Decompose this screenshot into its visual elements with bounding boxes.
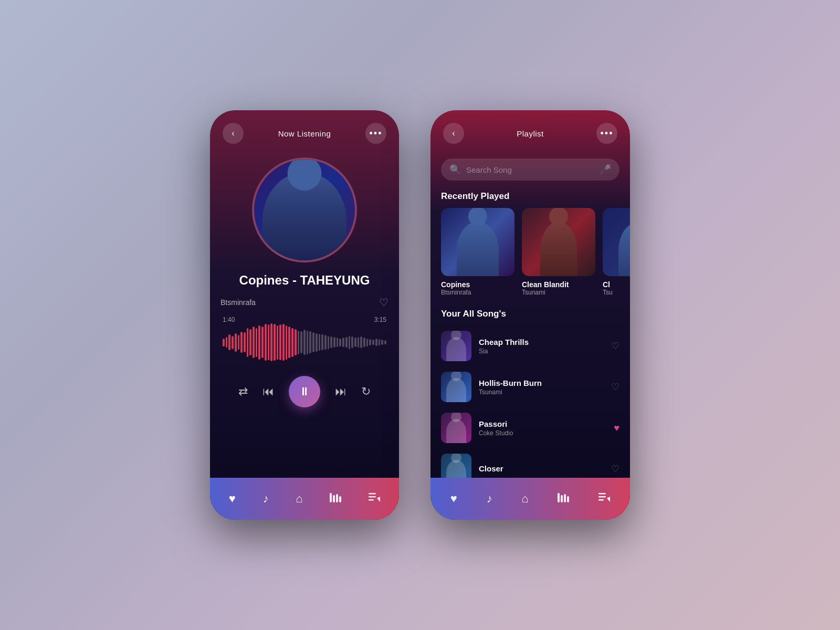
song-artist-row: Btsminrafa ♡ <box>210 296 399 309</box>
artist-circle <box>252 158 357 262</box>
svg-rect-0 <box>330 493 332 502</box>
like-passori[interactable]: ♥ <box>614 423 620 434</box>
like-closer[interactable]: ♡ <box>611 463 620 475</box>
recent-card-copines[interactable]: Copines Btsminrafa <box>441 208 514 296</box>
svg-rect-10 <box>567 496 569 502</box>
nav-bars-right[interactable] <box>558 492 569 506</box>
now-playing-header: ‹ Now Listening ••• <box>210 110 399 152</box>
like-hollis[interactable]: ♡ <box>611 381 620 393</box>
recent-card-cl[interactable]: Cl Tsu <box>603 208 630 296</box>
prev-button[interactable]: ⏮ <box>262 385 274 398</box>
song-artist-hollis: Tsunami <box>479 388 604 396</box>
bottom-navigation-left: ♥ ♪ ⌂ <box>210 478 399 520</box>
pause-button[interactable]: ⏸ <box>289 376 320 407</box>
recent-artist-cl: Tsu <box>603 289 630 296</box>
song-artist-passori: Coke Studio <box>479 429 606 437</box>
back-button-playlist[interactable]: ‹ <box>443 123 464 144</box>
svg-rect-6 <box>369 499 374 501</box>
menu-button-playlist[interactable]: ••• <box>596 123 617 144</box>
recent-img-copines <box>441 208 514 276</box>
back-button[interactable]: ‹ <box>223 123 244 144</box>
figure-cl <box>618 222 630 276</box>
song-info-passori: Passori Coke Studio <box>479 419 606 437</box>
total-time: 3:15 <box>374 316 386 323</box>
favorite-button[interactable]: ♡ <box>379 296 388 309</box>
svg-rect-7 <box>558 493 560 502</box>
nav-home-left[interactable]: ⌂ <box>296 492 302 506</box>
song-name-closer: Closer <box>479 464 604 473</box>
svg-rect-4 <box>369 493 376 495</box>
recent-card-clean[interactable]: Clean Blandit Tsunami <box>522 208 595 296</box>
svg-rect-11 <box>598 493 606 495</box>
nav-heart-right[interactable]: ♥ <box>450 492 457 506</box>
next-button[interactable]: ⏭ <box>335 385 346 398</box>
song-thumb-hollis <box>441 372 471 402</box>
svg-rect-5 <box>369 496 376 498</box>
recently-played-label: Recently Played <box>430 187 630 208</box>
repeat-button[interactable]: ↻ <box>361 385 371 398</box>
figure-copines <box>457 222 499 276</box>
mic-icon[interactable]: 🎤 <box>600 164 611 175</box>
svg-rect-2 <box>336 494 338 502</box>
waveform-section: 1:40 3:15 <box>210 316 399 358</box>
time-row: 1:40 3:15 <box>223 316 386 323</box>
song-thumb-cheap-thrills <box>441 331 471 361</box>
song-title: Copines - TAHEYUNG <box>226 273 383 288</box>
figure-clean <box>540 222 577 276</box>
playlist-header: ‹ Playlist ••• <box>430 110 630 152</box>
now-playing-screen: ‹ Now Listening ••• Copines - TAHEYUNG B… <box>210 110 399 520</box>
song-item-cheap-thrills[interactable]: Cheap Thrills Sia ♡ <box>439 326 622 366</box>
song-info-closer: Closer <box>479 464 604 474</box>
shuffle-button[interactable]: ⇄ <box>238 385 248 398</box>
svg-rect-1 <box>333 495 335 502</box>
all-songs-label: Your All Song's <box>430 304 630 326</box>
song-info-cheap-thrills: Cheap Thrills Sia <box>479 338 604 355</box>
bottom-navigation-right: ♥ ♪ ⌂ <box>430 478 630 520</box>
current-time: 1:40 <box>223 316 235 323</box>
playlist-screen: ‹ Playlist ••• 🔍 🎤 Recently Played Copin… <box>430 110 630 520</box>
song-name-hollis: Hollis-Burn Burn <box>479 379 604 387</box>
menu-button[interactable]: ••• <box>365 123 386 144</box>
recent-name-cl: Cl <box>603 280 630 289</box>
search-bar[interactable]: 🔍 🎤 <box>441 159 620 181</box>
svg-rect-3 <box>339 496 341 502</box>
nav-bars-left[interactable] <box>330 492 341 506</box>
nav-note-right[interactable]: ♪ <box>487 492 492 506</box>
recently-played-row: Copines Btsminrafa Clean Blandit Tsunami… <box>430 208 630 304</box>
svg-rect-9 <box>564 494 566 502</box>
song-info-hollis: Hollis-Burn Burn Tsunami <box>479 379 604 396</box>
search-input[interactable] <box>466 165 594 174</box>
song-item-hollis[interactable]: Hollis-Burn Burn Tsunami ♡ <box>439 366 622 407</box>
song-name-passori: Passori <box>479 419 606 428</box>
song-item-passori[interactable]: Passori Coke Studio ♥ <box>439 407 622 448</box>
playback-controls: ⇄ ⏮ ⏸ ⏭ ↻ <box>210 365 399 418</box>
nav-home-right[interactable]: ⌂ <box>521 492 528 506</box>
song-artist: Btsminrafa <box>220 298 256 307</box>
playlist-title: Playlist <box>517 129 544 138</box>
song-info: Copines - TAHEYUNG <box>210 273 399 288</box>
artist-silhouette <box>262 172 346 263</box>
recent-img-cl <box>603 208 630 276</box>
nav-playlist-right[interactable] <box>598 492 610 506</box>
recent-artist-copines: Btsminrafa <box>441 289 514 296</box>
song-thumb-passori <box>441 413 471 443</box>
screen-title: Now Listening <box>278 129 331 138</box>
svg-rect-8 <box>561 495 563 502</box>
nav-playlist-left[interactable] <box>369 492 380 506</box>
artist-image-wrap <box>210 158 399 262</box>
svg-rect-13 <box>598 499 604 501</box>
waveform[interactable] <box>223 327 386 358</box>
nav-note-left[interactable]: ♪ <box>263 492 269 506</box>
recent-name-clean: Clean Blandit <box>522 280 595 289</box>
recent-name-copines: Copines <box>441 280 514 289</box>
svg-rect-12 <box>598 496 606 498</box>
song-name-cheap-thrills: Cheap Thrills <box>479 338 604 346</box>
song-list: Cheap Thrills Sia ♡ Hollis-Burn Burn Tsu… <box>430 326 630 489</box>
like-cheap-thrills[interactable]: ♡ <box>611 340 620 352</box>
nav-heart-left[interactable]: ♥ <box>229 492 236 506</box>
song-artist-cheap-thrills: Sia <box>479 348 604 355</box>
recent-artist-clean: Tsunami <box>522 289 595 296</box>
recent-img-clean <box>522 208 595 276</box>
search-icon: 🔍 <box>449 164 461 175</box>
